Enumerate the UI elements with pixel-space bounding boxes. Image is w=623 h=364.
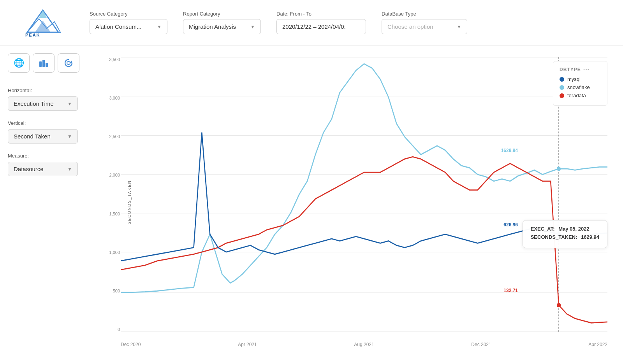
database-type-select[interactable]: Choose an option ▼ bbox=[382, 19, 467, 34]
snowflake-annotation: 1629.94 bbox=[501, 148, 518, 153]
vertical-label: Vertical: bbox=[8, 120, 93, 126]
legend-teradata-label: teradata bbox=[567, 93, 586, 98]
legend-title: DBTYPE ··· bbox=[560, 66, 601, 73]
bar-chart-icon bbox=[39, 58, 49, 68]
report-category-label: Report Category bbox=[183, 11, 261, 17]
toolbar: 🌐 bbox=[8, 53, 93, 73]
vertical-value: Second Taken bbox=[14, 133, 51, 140]
legend-options-icon: ··· bbox=[583, 66, 590, 73]
database-type-chevron-icon: ▼ bbox=[457, 24, 461, 30]
measure-label: Measure: bbox=[8, 153, 93, 159]
chart-svg-wrapper: 1629.94 626.96 132.71 bbox=[121, 57, 607, 332]
bar-chart-button[interactable] bbox=[33, 53, 55, 73]
source-category-filter: Source Category Alation Consum... ▼ bbox=[90, 11, 167, 34]
tooltip-seconds-value: 1629.94 bbox=[581, 234, 599, 240]
source-category-value: Alation Consum... bbox=[95, 23, 141, 30]
report-category-filter: Report Category Migration Analysis ▼ bbox=[183, 11, 261, 34]
svg-point-21 bbox=[557, 166, 561, 171]
teradata-dot-icon bbox=[560, 93, 564, 98]
refresh-icon bbox=[63, 58, 74, 68]
teradata-annotation: 132.71 bbox=[503, 288, 518, 293]
legend-item-teradata: teradata bbox=[560, 93, 601, 98]
svg-rect-7 bbox=[42, 60, 45, 67]
horizontal-value: Execution Time bbox=[14, 100, 54, 107]
svg-point-23 bbox=[557, 303, 561, 307]
snowflake-dot-icon bbox=[560, 85, 564, 90]
vertical-chevron-icon: ▼ bbox=[67, 134, 72, 139]
date-range-filter: Date: From - To 2020/12/22 – 2024/04/0: bbox=[276, 11, 366, 34]
chart-legend: DBTYPE ··· mysql snowflake teradata bbox=[553, 61, 607, 106]
x-axis-labels: Dec 2020 Apr 2021 Aug 2021 Dec 2021 Apr … bbox=[121, 342, 607, 347]
svg-text:PEAK: PEAK bbox=[25, 33, 40, 37]
tooltip-exec-at-label: EXEC_AT: bbox=[531, 226, 555, 232]
main-area: 🌐 Horizontal: Execution Time bbox=[0, 46, 623, 359]
source-category-select[interactable]: Alation Consum... ▼ bbox=[90, 19, 167, 34]
report-category-chevron-icon: ▼ bbox=[250, 24, 255, 30]
database-type-filter: DataBase Type Choose an option ▼ bbox=[382, 11, 467, 34]
date-range-select[interactable]: 2020/12/22 – 2024/04/0: bbox=[276, 19, 366, 34]
measure-chevron-icon: ▼ bbox=[67, 166, 72, 172]
chart-tooltip: EXEC_AT: May 05, 2022 SECONDS_TAKEN: 162… bbox=[523, 220, 607, 248]
tooltip-seconds-label: SECONDS_TAKEN: bbox=[531, 234, 577, 240]
mysql-dot-icon bbox=[560, 77, 564, 82]
header: PEAK PERFORMANCE Source Category Alation… bbox=[0, 0, 623, 46]
report-category-value: Migration Analysis bbox=[189, 23, 236, 30]
tooltip-seconds: SECONDS_TAKEN: 1629.94 bbox=[531, 234, 599, 240]
source-category-label: Source Category bbox=[90, 11, 167, 17]
report-category-select[interactable]: Migration Analysis ▼ bbox=[183, 19, 261, 34]
date-range-value: 2020/12/22 – 2024/04/0: bbox=[282, 23, 346, 30]
chart-container: 3,500 3,000 2,500 2,000 1,500 1,000 500 … bbox=[105, 53, 611, 351]
tooltip-exec-at-value: May 05, 2022 bbox=[558, 226, 590, 232]
horizontal-chevron-icon: ▼ bbox=[67, 101, 72, 107]
database-type-label: DataBase Type bbox=[382, 11, 467, 17]
date-range-label: Date: From - To bbox=[276, 11, 366, 17]
mysql-annotation: 626.96 bbox=[503, 222, 518, 228]
chart-svg bbox=[121, 57, 607, 332]
y-axis-labels: 3,500 3,000 2,500 2,000 1,500 1,000 500 … bbox=[105, 57, 120, 332]
database-type-placeholder: Choose an option bbox=[387, 23, 433, 30]
svg-rect-6 bbox=[39, 61, 42, 67]
svg-marker-1 bbox=[35, 21, 51, 32]
vertical-select[interactable]: Second Taken ▼ bbox=[8, 129, 78, 144]
legend-item-mysql: mysql bbox=[560, 76, 601, 82]
legend-item-snowflake: snowflake bbox=[560, 84, 601, 90]
horizontal-label: Horizontal: bbox=[8, 88, 93, 93]
source-category-chevron-icon: ▼ bbox=[157, 24, 162, 30]
globe-button[interactable]: 🌐 bbox=[8, 53, 30, 73]
logo-image: PEAK PERFORMANCE bbox=[18, 7, 68, 38]
measure-select[interactable]: Datasource ▼ bbox=[8, 162, 78, 176]
horizontal-select[interactable]: Execution Time ▼ bbox=[8, 96, 78, 111]
sidebar: 🌐 Horizontal: Execution Time bbox=[0, 46, 101, 359]
legend-snowflake-label: snowflake bbox=[567, 84, 590, 90]
logo-area: PEAK PERFORMANCE bbox=[12, 7, 74, 38]
tooltip-exec-at: EXEC_AT: May 05, 2022 bbox=[531, 226, 599, 232]
svg-rect-8 bbox=[46, 63, 48, 67]
chart-area: 3,500 3,000 2,500 2,000 1,500 1,000 500 … bbox=[101, 46, 623, 359]
legend-mysql-label: mysql bbox=[567, 76, 581, 82]
refresh-button[interactable] bbox=[58, 53, 79, 73]
measure-value: Datasource bbox=[14, 166, 44, 172]
